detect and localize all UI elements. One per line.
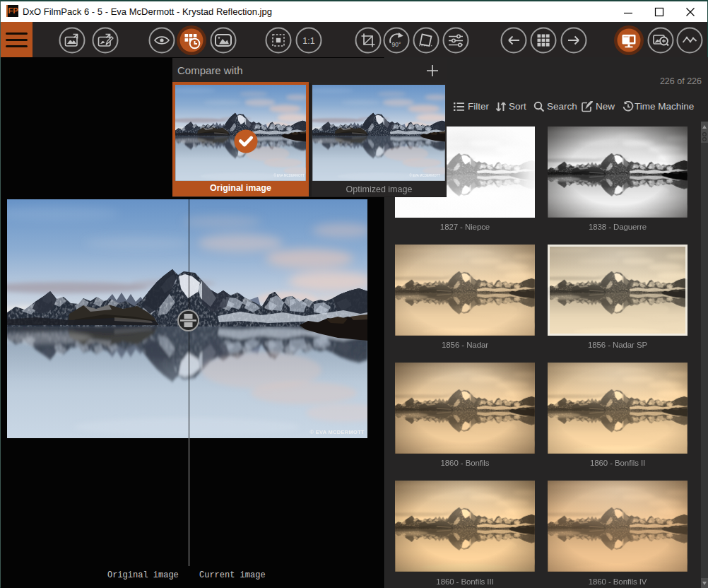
svg-text:1:1: 1:1	[302, 36, 314, 46]
svg-text:90°: 90°	[392, 41, 401, 48]
